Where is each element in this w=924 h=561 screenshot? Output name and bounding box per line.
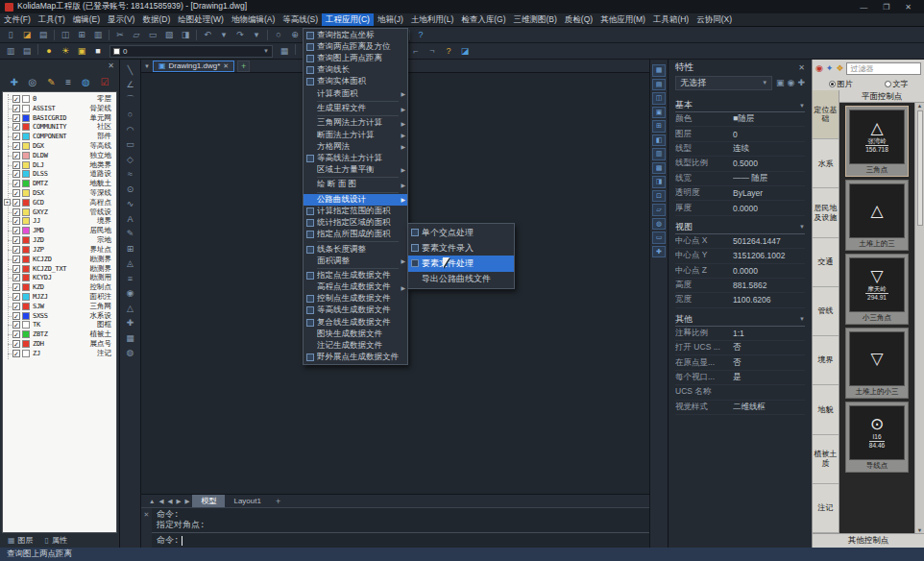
- menubar-item[interactable]: 其他应用(M): [596, 13, 649, 26]
- properties-close-icon[interactable]: ✕: [798, 63, 805, 72]
- sheet-icon[interactable]: ▤: [19, 44, 35, 59]
- draw-point-icon[interactable]: ⊙: [127, 182, 134, 197]
- osnap-near-icon[interactable]: ▱: [652, 204, 666, 216]
- layer-color-swatch[interactable]: [22, 227, 30, 234]
- layer-properties-icon[interactable]: ▦: [277, 44, 292, 59]
- layer-row[interactable]: + KZD 控制点: [3, 282, 116, 292]
- triangle-tool-icon[interactable]: ◬: [127, 256, 134, 272]
- draw-polygon-icon[interactable]: ◇: [127, 152, 134, 167]
- pan-icon[interactable]: ○: [271, 28, 286, 42]
- section-header-basic[interactable]: 基本 ▼: [675, 99, 805, 112]
- draw-circle-icon[interactable]: ○: [128, 108, 133, 123]
- layer-color-swatch[interactable]: [22, 217, 30, 225]
- menu-item[interactable]: 等高线生成数据文件: [304, 305, 407, 316]
- layer-visible-checkbox[interactable]: [12, 142, 20, 150]
- layer-row[interactable]: + 0 零层: [3, 94, 116, 104]
- menubar-item[interactable]: 文件(F): [0, 13, 35, 26]
- layer-row[interactable]: + KCYDJ 勘测用: [3, 273, 116, 282]
- undo-dropdown-icon[interactable]: ▾: [216, 28, 231, 42]
- layer-visible-checkbox[interactable]: [12, 340, 20, 348]
- layer-row[interactable]: + SXSS 水系设: [3, 311, 116, 321]
- submenu-item[interactable]: 要素文件处理: [408, 256, 514, 271]
- find-layer-icon[interactable]: ◎: [29, 77, 37, 87]
- layer-visible-checkbox[interactable]: [12, 152, 20, 159]
- section-header-other[interactable]: 其他 ▼: [675, 313, 805, 327]
- layer-row[interactable]: + KCJZD 勘测界: [3, 255, 116, 264]
- control-point-icon[interactable]: △: [127, 301, 134, 316]
- osnap-none-icon[interactable]: ✚: [652, 246, 666, 258]
- toggle-pickadd-icon[interactable]: ▣: [776, 78, 785, 87]
- menu-item[interactable]: 生成里程文件 ▶: [304, 103, 407, 114]
- layer-row[interactable]: + JZP 界址点: [3, 245, 116, 255]
- document-tab[interactable]: ▣ Drawing1.dwg* ✕: [153, 61, 234, 72]
- new-document-tab-button[interactable]: +: [237, 61, 250, 72]
- layer-visible-checkbox[interactable]: [12, 189, 20, 197]
- menu-item[interactable]: 查询指定点坐标: [304, 30, 407, 41]
- match-properties-icon[interactable]: ▧: [161, 28, 177, 42]
- layers-tool-icon[interactable]: ≡: [128, 271, 133, 286]
- layer-visible-checkbox[interactable]: [12, 265, 20, 273]
- symbol-filter-input[interactable]: 过滤器: [846, 62, 921, 75]
- symbol-card[interactable]: ▽ 土堆上的小三: [845, 328, 909, 399]
- collapse-icon[interactable]: ▼: [799, 224, 805, 230]
- add-layout-button[interactable]: +: [273, 497, 283, 506]
- layer-visible-checkbox[interactable]: [12, 180, 20, 187]
- submenu-item[interactable]: 导出公路曲线文件: [408, 272, 514, 287]
- symbol-category-tab[interactable]: 水系: [813, 139, 839, 188]
- layer-color-swatch[interactable]: [22, 105, 30, 112]
- layer-row[interactable]: + TK 图框: [3, 321, 116, 330]
- property-row[interactable]: 颜色 ■随层: [675, 112, 805, 127]
- add-layer-icon[interactable]: ✚: [10, 77, 17, 87]
- property-row[interactable]: 中心点 Y 3151206.1002: [675, 249, 805, 263]
- layer-row[interactable]: + JJ 境界: [3, 217, 116, 227]
- menubar-item[interactable]: 编辑(E): [69, 13, 104, 26]
- osnap-app-icon[interactable]: ◍: [652, 218, 666, 231]
- quick-select-icon[interactable]: ✚: [797, 78, 805, 87]
- menubar-item[interactable]: 工程应用(C): [322, 13, 374, 26]
- layer-row[interactable]: + JMD 居民地: [3, 226, 116, 235]
- menubar-item[interactable]: 等高线(S): [279, 13, 322, 26]
- property-value[interactable]: 否: [733, 342, 805, 354]
- property-value[interactable]: 否: [733, 357, 805, 369]
- save-icon[interactable]: ▤: [36, 28, 51, 42]
- menu-item[interactable]: 野外展点生成数据文件: [304, 352, 407, 363]
- layer-color-swatch[interactable]: [22, 189, 30, 197]
- layer-color-swatch[interactable]: [22, 312, 30, 320]
- symbol-card[interactable]: △ 张湾岭 156.718 三角点: [845, 106, 909, 177]
- symbol-category-tab[interactable]: 居民地及设施: [813, 188, 839, 237]
- erase-icon[interactable]: ◨: [178, 28, 193, 42]
- menu-item[interactable]: 图块生成数据文件: [304, 329, 407, 340]
- menubar-item[interactable]: 显示(V): [104, 13, 138, 26]
- property-value[interactable]: 是: [733, 372, 805, 383]
- prev-tab-icon[interactable]: ◀: [167, 498, 172, 505]
- panel-tab[interactable]: ▦ 图层: [8, 535, 34, 546]
- menu-item[interactable]: 注记生成数据文件: [304, 340, 407, 352]
- maximize-button[interactable]: ❐: [883, 3, 889, 12]
- layer-visible-checkbox[interactable]: [12, 312, 20, 320]
- layer-visible-checkbox[interactable]: [12, 274, 20, 281]
- preview-icon[interactable]: ▥: [90, 28, 106, 42]
- layer-row[interactable]: + DSX 等深线: [3, 188, 116, 198]
- menu-item[interactable]: 三角网法土方计算 ▶: [304, 117, 407, 129]
- menu-item[interactable]: 控制点生成数据文件: [304, 293, 407, 305]
- layer-color-swatch[interactable]: [22, 236, 30, 244]
- property-row[interactable]: 厚度 0.0000: [675, 201, 805, 215]
- selection-dropdown-arrow-icon[interactable]: ▼: [762, 80, 767, 85]
- layer-panel-close-icon[interactable]: ✕: [108, 61, 114, 70]
- osnap-center-icon[interactable]: ▣: [652, 107, 666, 119]
- menu-item[interactable]: 查询两点距离及方位: [304, 41, 407, 53]
- last-tab-icon[interactable]: ▶: [184, 498, 189, 505]
- layer-visible-checkbox[interactable]: [12, 95, 20, 103]
- property-value[interactable]: 二维线框: [733, 402, 805, 413]
- layer-row[interactable]: + DMTZ 地貌土: [3, 179, 116, 188]
- context-help-icon[interactable]: ?: [441, 44, 456, 59]
- layer-row[interactable]: + MJZJ 面积注: [3, 292, 116, 302]
- sketch-icon[interactable]: ✎: [127, 227, 134, 242]
- menu-item[interactable]: 复合线生成数据文件: [304, 317, 407, 329]
- first-tab-icon[interactable]: ◀: [158, 498, 163, 505]
- menubar-item[interactable]: 工具箱(H): [649, 13, 693, 26]
- collapse-icon[interactable]: ▼: [799, 316, 805, 322]
- layer-visible-checkbox[interactable]: [12, 133, 20, 140]
- layer-visible-checkbox[interactable]: [12, 227, 20, 234]
- symbol-card[interactable]: ⊙ I16 84.46 导线点: [845, 402, 909, 473]
